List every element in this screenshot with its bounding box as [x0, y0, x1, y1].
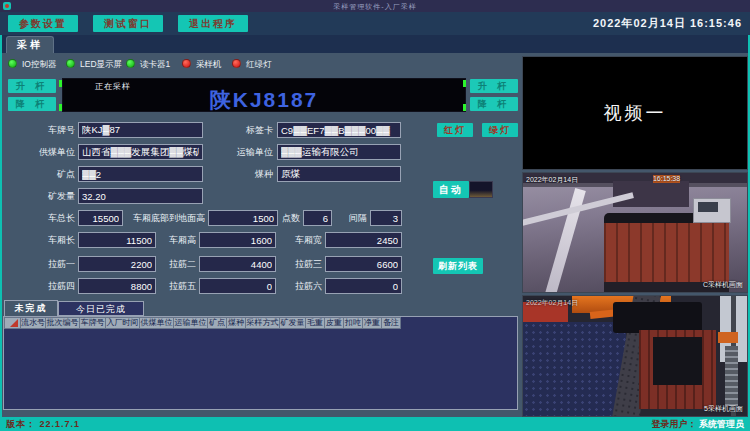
mine-amount-input[interactable] [78, 188, 203, 204]
red-light-button[interactable]: 红灯 [437, 123, 473, 137]
truck-side-view [604, 223, 729, 283]
tie2-input[interactable] [199, 256, 276, 272]
interval-label: 间隔 [344, 210, 367, 226]
interval-input[interactable] [370, 210, 402, 226]
datetime-display: 2022年02月14日 16:15:46 [593, 16, 742, 31]
traffic-light-led [232, 59, 241, 68]
col-coal-supplier[interactable]: 供煤单位 [140, 317, 174, 329]
records-table-header: 流水号 批次编号 车牌号 入厂时间 供煤单位 运输单位 矿点 煤种 采样方式 矿… [4, 317, 517, 329]
video-panel-3[interactable]: 2022年02月14日 5采样机画面 [522, 295, 748, 417]
camera2-watermark: C采样机画面 [703, 280, 743, 290]
tie2-label: 拉筋二 [162, 256, 196, 272]
total-length-input[interactable] [78, 210, 123, 226]
auto-button[interactable]: 自动 [433, 181, 469, 198]
plate-input[interactable] [78, 122, 203, 138]
window-title: 采样管理软件-入厂采样 [0, 2, 750, 12]
left-edge [0, 35, 2, 431]
raise-rod-left-button[interactable]: 升 杆 [8, 79, 56, 93]
tie6-label: 拉筋六 [288, 278, 322, 294]
camera2-time: 16:15:38 [653, 175, 680, 182]
video-panel-2[interactable]: 2022年02月14日 16:15:38 C采样机画面 [522, 172, 748, 293]
version-text: 版本： 22.1.7.1 [6, 417, 80, 431]
green-light-button[interactable]: 绿灯 [482, 123, 518, 137]
tab-strip: 采样 [0, 35, 750, 53]
transport-label: 运输单位 [228, 144, 273, 160]
col-entry-time[interactable]: 入厂时间 [106, 317, 140, 329]
bottom-height-input[interactable] [208, 210, 278, 226]
row-marker-icon [10, 319, 18, 327]
points-label: 点数 [280, 210, 300, 226]
col-serial[interactable]: 流水号 [21, 317, 46, 329]
tie4-input[interactable] [78, 278, 156, 294]
lower-rod-left-button[interactable]: 降 杆 [8, 97, 56, 111]
tie1-input[interactable] [78, 256, 156, 272]
tie5-label: 拉筋五 [162, 278, 196, 294]
total-length-label: 车总长 [30, 210, 75, 226]
box-length-label: 车厢长 [30, 232, 75, 248]
tie1-label: 拉筋一 [30, 256, 75, 272]
col-coal-type[interactable]: 煤种 [227, 317, 246, 329]
col-mine-point[interactable]: 矿点 [208, 317, 227, 329]
video-panel-1[interactable]: 视频一 [522, 56, 748, 170]
records-table-body[interactable] [3, 316, 518, 410]
mine-point-label: 矿点 [25, 166, 75, 182]
coal-supplier-input[interactable] [78, 144, 203, 160]
lower-rod-right-button[interactable]: 降 杆 [470, 97, 518, 111]
bottom-height-label: 车厢底部到地面高 [126, 210, 205, 226]
col-gross[interactable]: 毛重 [306, 317, 325, 329]
tie5-input[interactable] [199, 278, 276, 294]
menu-bar: 参数设置 测试窗口 退出程序 2022年02月14日 16:15:46 [0, 12, 750, 35]
status-bar: 版本： 22.1.7.1 登录用户： 系统管理员 [0, 417, 750, 431]
raise-rod-right-button[interactable]: 升 杆 [470, 79, 518, 93]
settings-button[interactable]: 参数设置 [8, 15, 78, 32]
box-width-input[interactable] [325, 232, 402, 248]
transport-input[interactable] [277, 144, 401, 160]
led-corner-mark [463, 80, 466, 87]
refresh-list-button[interactable]: 刷新列表 [433, 258, 483, 274]
col-mine-amount[interactable]: 矿发量 [280, 317, 306, 329]
col-plate[interactable]: 车牌号 [80, 317, 106, 329]
col-batch[interactable]: 批次编号 [46, 317, 80, 329]
box-width-label: 车厢宽 [290, 232, 322, 248]
tab-finished-today[interactable]: 今日已完成 [58, 301, 144, 316]
col-deduct[interactable]: 扣吨 [344, 317, 363, 329]
led-corner-mark [59, 80, 62, 87]
title-bar: 采样管理软件-入厂采样 [0, 0, 750, 12]
mine-amount-label: 矿发量 [25, 188, 75, 204]
tab-sampling[interactable]: 采样 [6, 36, 54, 53]
coal-supplier-label: 供煤单位 [25, 144, 75, 160]
tie3-input[interactable] [325, 256, 402, 272]
coal-type-input[interactable] [277, 166, 401, 182]
auto-toggle[interactable] [469, 181, 493, 198]
tag-card-input[interactable] [277, 122, 401, 138]
box-height-input[interactable] [199, 232, 276, 248]
tie6-input[interactable] [325, 278, 402, 294]
camera3-date: 2022年02月14日 [526, 298, 578, 308]
points-input[interactable] [303, 210, 332, 226]
box-length-input[interactable] [78, 232, 156, 248]
card-reader-led [126, 59, 135, 68]
video1-title: 视频一 [523, 101, 747, 125]
led-display: 正在采样 陕KJ8187 [62, 78, 466, 112]
app-window: 采样管理软件-入厂采样 参数设置 测试窗口 退出程序 2022年02月14日 1… [0, 0, 750, 431]
coal-type-label: 煤种 [228, 166, 273, 182]
col-tare[interactable]: 皮重 [325, 317, 344, 329]
box-height-label: 车厢高 [166, 232, 196, 248]
plate-label: 车牌号 [25, 122, 75, 138]
led-plate-number: 陕KJ8187 [63, 86, 465, 114]
tie4-label: 拉筋四 [30, 278, 75, 294]
exit-button[interactable]: 退出程序 [178, 15, 248, 32]
test-window-button[interactable]: 测试窗口 [93, 15, 163, 32]
col-transport[interactable]: 运输单位 [174, 317, 208, 329]
io-controller-led [8, 59, 17, 68]
col-net[interactable]: 净重 [363, 317, 382, 329]
login-user-text: 登录用户： 系统管理员 [651, 417, 744, 431]
sampler-led [182, 59, 191, 68]
led-corner-mark [59, 104, 62, 111]
mine-point-input[interactable] [78, 166, 203, 182]
tab-unfinished[interactable]: 未完成 [4, 300, 58, 316]
col-sample-method[interactable]: 采样方式 [246, 317, 280, 329]
row-marker-cell [4, 317, 21, 329]
col-remark[interactable]: 备注 [382, 317, 401, 329]
led-corner-mark [463, 104, 466, 111]
